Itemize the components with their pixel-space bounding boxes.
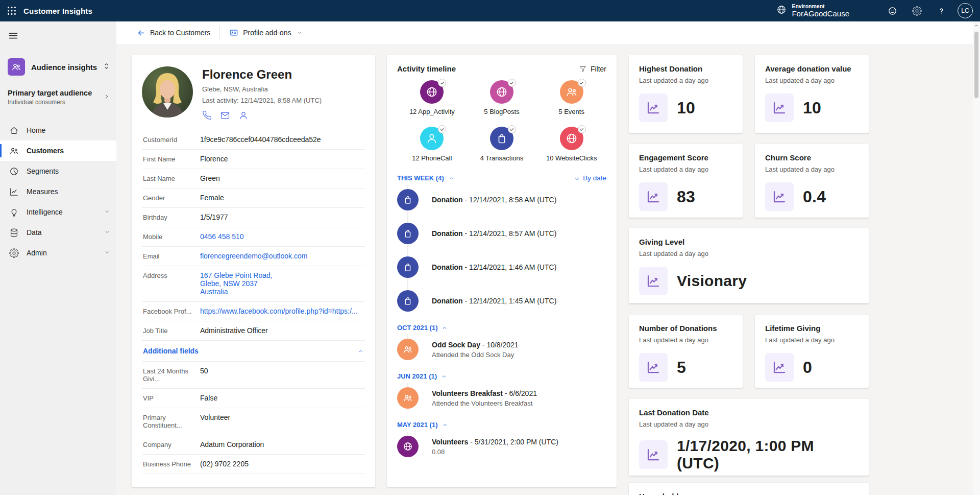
- kpi-title: Lifetime Giving: [765, 324, 859, 333]
- audience-insights-icon: [8, 58, 25, 76]
- timeline-item[interactable]: Donation - 12/14/2021, 1:45 AM (UTC): [397, 290, 606, 312]
- scrollbar-up-arrow[interactable]: [973, 21, 980, 30]
- profile-addons-button[interactable]: Profile add-ons: [229, 28, 303, 37]
- timeline-item-text: Odd Sock Day - 10/8/2021Attended the Odd…: [432, 341, 519, 359]
- person-icon[interactable]: [238, 110, 249, 121]
- check-badge-icon: [508, 125, 516, 133]
- people-icon: [397, 339, 419, 360]
- profile-header: Florence Green Glebe, NSW, Australia Las…: [142, 66, 365, 121]
- back-to-customers-button[interactable]: Back to Customers: [137, 29, 210, 37]
- kpi-value: 5: [677, 358, 686, 377]
- kpi-title: Engagement Score: [639, 153, 732, 162]
- timeline-item[interactable]: Volunteers - 5/31/2021, 2:00 PM (UTC)0.0…: [397, 436, 606, 457]
- audience-title: Primary target audience: [8, 89, 103, 97]
- chevron-down-icon: [104, 208, 110, 216]
- kpi-body: 10: [639, 93, 732, 122]
- field-value: (02) 9702 2205: [200, 460, 249, 468]
- scrollbar-thumb[interactable]: [974, 32, 978, 98]
- phone-icon[interactable]: [202, 110, 212, 121]
- separator: -: [463, 229, 469, 238]
- kpi-title: Highest Donation: [639, 64, 732, 73]
- kpi-body: 10: [765, 93, 859, 122]
- activity-type-chip[interactable]: 12 App_Activity: [397, 80, 467, 115]
- activity-type-chip[interactable]: 12 PhoneCall: [397, 127, 467, 162]
- profile-field-row: Business Phone(02) 9702 2205: [142, 455, 365, 474]
- filter-button[interactable]: Filter: [579, 65, 606, 73]
- user-avatar[interactable]: LC: [958, 3, 973, 18]
- additional-fields-toggle[interactable]: Additional fields: [142, 341, 365, 362]
- kpi-updated: Last updated a day ago: [765, 166, 859, 173]
- field-value-link[interactable]: https://www.facebook.com/profile.php?id=…: [200, 307, 358, 315]
- timeline-item-date: 12/14/2021, 8:57 AM (UTC): [469, 229, 556, 238]
- sort-by-date-button[interactable]: By date: [574, 174, 606, 182]
- vertical-scrollbar[interactable]: [973, 21, 980, 495]
- activity-type-chip[interactable]: 5 BlogPosts: [467, 80, 537, 115]
- field-label: First Name: [143, 155, 200, 163]
- hamburger-menu-icon[interactable]: [0, 26, 27, 46]
- timeline-item[interactable]: Odd Sock Day - 10/8/2021Attended the Odd…: [397, 339, 606, 360]
- field-value-link[interactable]: 167 Glebe Point Road, Glebe, NSW 2037 Au…: [200, 271, 273, 296]
- feedback-smiley-icon[interactable]: [880, 0, 904, 21]
- sidebar-item-home[interactable]: Home: [0, 120, 116, 140]
- commandbar-divider: [219, 26, 220, 39]
- field-value: False: [200, 394, 217, 402]
- activity-type-chip[interactable]: 4 Transactions: [467, 127, 537, 162]
- kpi-value: 10: [677, 99, 695, 117]
- timeline-item-line: Donation - 12/14/2021, 1:45 AM (UTC): [432, 297, 556, 305]
- sidebar-item-measures[interactable]: Measures: [0, 181, 116, 202]
- chart-icon: [9, 187, 19, 197]
- activity-type-chip[interactable]: 10 WebsiteClicks: [536, 127, 606, 162]
- sidebar-app-switcher[interactable]: Audience insights: [0, 53, 116, 81]
- activity-type-chip[interactable]: 5 Events: [536, 80, 606, 115]
- sidebar-item-intelligence[interactable]: Intelligence: [0, 202, 116, 222]
- field-value: Florence: [200, 155, 228, 163]
- sidebar: Audience insights Primary target audienc…: [0, 21, 116, 495]
- app-launcher-waffle-icon[interactable]: [0, 0, 23, 21]
- topbar-right: Environment ForAGoodCause LC: [776, 0, 980, 21]
- kpi-body: 0: [765, 353, 859, 382]
- kpi-card-engagement-score: Engagement ScoreLast updated a day ago83: [629, 144, 743, 218]
- environment-picker[interactable]: Environment ForAGoodCause: [776, 3, 849, 18]
- profile-field-row: Last 24 Months Givi...50: [142, 362, 365, 389]
- sidebar-item-label: Measures: [27, 187, 110, 196]
- timeline-item[interactable]: Donation - 12/14/2021, 8:58 AM (UTC): [397, 189, 606, 210]
- person-icon: [420, 127, 444, 150]
- timeline-group-toggle[interactable]: OCT 2021 (1): [397, 324, 448, 332]
- separator: -: [503, 389, 509, 397]
- sidebar-item-admin[interactable]: Admin: [0, 243, 116, 263]
- timeline-group-toggle[interactable]: JUN 2021 (1): [397, 372, 447, 380]
- profile-field-row: CompanyAdatum Corporation: [142, 435, 365, 455]
- sidebar-item-data[interactable]: Data: [0, 222, 116, 243]
- environment-name: ForAGoodCause: [792, 9, 849, 18]
- timeline-items: Volunteers - 5/31/2021, 2:00 PM (UTC)0.0…: [397, 436, 606, 457]
- timeline-group-toggle[interactable]: MAY 2021 (1): [397, 421, 448, 429]
- timeline-item-text: Volunteers - 5/31/2021, 2:00 PM (UTC)0.0…: [432, 438, 558, 456]
- timeline-group-header: THIS WEEK (4)By date: [397, 174, 606, 182]
- settings-gear-icon[interactable]: [904, 0, 929, 21]
- profile-field-row: Job TitleAdministrative Officer: [142, 321, 365, 341]
- environment-label: Environment: [792, 3, 849, 9]
- timeline-item-text: Donation - 12/14/2021, 1:45 AM (UTC): [432, 297, 556, 305]
- field-label: CustomerId: [143, 135, 200, 144]
- sidebar-item-customers[interactable]: Customers: [0, 140, 116, 161]
- separator: -: [463, 196, 469, 204]
- sidebar-item-segments[interactable]: Segments: [0, 161, 116, 181]
- mail-icon[interactable]: [220, 110, 230, 121]
- timeline-item-line: Donation - 12/14/2021, 8:58 AM (UTC): [432, 196, 556, 204]
- timeline-item[interactable]: Donation - 12/14/2021, 1:46 AM (UTC): [397, 256, 606, 278]
- field-value: Female: [200, 194, 224, 202]
- audience-selector[interactable]: Primary target audience Individual consu…: [0, 81, 116, 113]
- activity-type-label: 10 WebsiteClicks: [546, 154, 597, 162]
- back-arrow-icon: [137, 29, 145, 37]
- globe-icon: [490, 80, 513, 104]
- field-value-link[interactable]: florencegreendemo@outlook.com: [200, 252, 307, 260]
- kpi-card-churn-score: Churn ScoreLast updated a day ago0.4: [755, 144, 869, 218]
- field-value-link[interactable]: 0456 458 510: [200, 232, 244, 241]
- timeline-group-toggle[interactable]: THIS WEEK (4): [397, 174, 454, 182]
- kpi-value: 0: [803, 358, 812, 377]
- switch-app-icon[interactable]: [103, 62, 110, 72]
- timeline-item[interactable]: Donation - 12/14/2021, 8:57 AM (UTC): [397, 223, 606, 244]
- line-chart-icon: [639, 353, 668, 382]
- help-icon[interactable]: [929, 0, 953, 21]
- timeline-item[interactable]: Volunteers Breakfast - 6/6/2021Attended …: [397, 387, 606, 409]
